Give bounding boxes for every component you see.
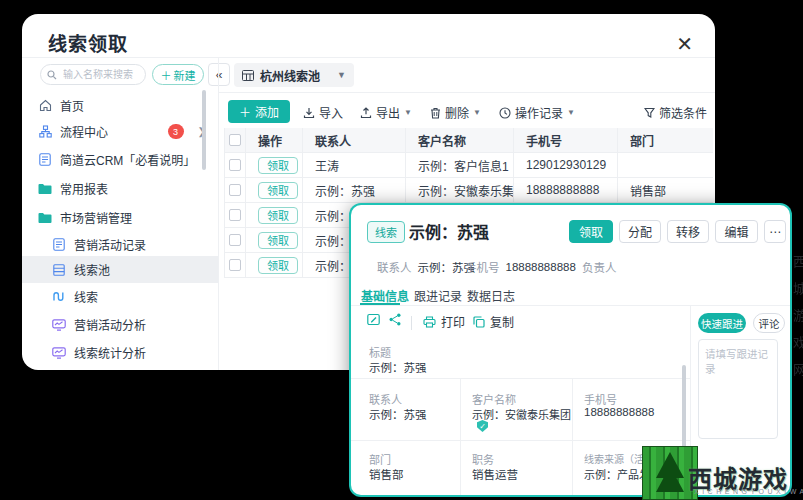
detail-edit-button[interactable]: 编辑: [715, 220, 758, 243]
copy-icon: [473, 316, 485, 328]
quick-follow-button[interactable]: 快速跟进: [698, 313, 746, 333]
sidebar-item-marketing-mgmt[interactable]: 市场营销管理: [22, 204, 218, 231]
grid-table-icon: [52, 263, 66, 277]
verified-shield-icon: ✓: [477, 420, 488, 432]
field-job-value: 销售运营: [472, 466, 518, 482]
notification-badge: 3: [168, 124, 184, 139]
document-icon: [52, 238, 66, 252]
share-button[interactable]: [389, 313, 401, 326]
sidebar-item-crm-readme[interactable]: 简道云CRM「必看说明」: [22, 146, 218, 173]
collapse-sidebar-button[interactable]: «: [208, 63, 230, 86]
row-checkbox[interactable]: [229, 209, 241, 221]
folder-icon: [38, 182, 52, 196]
new-button[interactable]: ＋ 新建: [152, 64, 204, 85]
field-phone-label: 手机号: [584, 391, 617, 407]
claim-button[interactable]: 领取: [258, 232, 298, 249]
detail-assign-button[interactable]: 分配: [619, 220, 661, 243]
row-checkbox[interactable]: [229, 234, 241, 246]
copy-button[interactable]: 复制: [473, 313, 514, 330]
sidebar-scrollbar[interactable]: [202, 90, 206, 170]
comment-button[interactable]: 评论: [753, 313, 785, 333]
table-icon: [242, 70, 254, 81]
tab-data-log[interactable]: 数据日志: [467, 287, 515, 304]
sidebar-item-home[interactable]: 首页: [22, 92, 218, 119]
chevron-down-icon: ▼: [404, 108, 412, 117]
share-icon: [389, 313, 401, 326]
tree-icon: [656, 452, 684, 478]
tab-follow-records[interactable]: 跟进记录: [414, 287, 462, 304]
dashboard-chart-icon: [52, 318, 66, 332]
chevron-down-icon: ▼: [473, 108, 481, 117]
row-checkbox[interactable]: [229, 159, 241, 171]
tab-basic-info[interactable]: 基础信息: [361, 287, 409, 304]
detail-transfer-button[interactable]: 转移: [667, 220, 709, 243]
screen: 线索领取 ✕ ＋ 新建 « 杭州线索池 ▼ 首页: [0, 0, 803, 500]
field-job-label: 职务: [472, 451, 494, 467]
action-divider: [411, 316, 412, 330]
claim-button[interactable]: 领取: [258, 257, 298, 274]
import-button[interactable]: 导入: [303, 104, 343, 121]
chevron-down-icon: ▼: [337, 70, 346, 80]
sidebar-item-process-center[interactable]: 流程中心 3 ❯: [22, 118, 218, 145]
field-customer-value: 示例：安徽泰乐集团: [472, 406, 571, 422]
chevron-down-icon: ▼: [567, 108, 575, 117]
document-icon: [38, 153, 52, 167]
col-header-customer: 客户名称: [406, 128, 514, 152]
claim-button[interactable]: 领取: [258, 207, 298, 224]
select-all-checkbox[interactable]: [229, 134, 241, 146]
claim-button[interactable]: 领取: [258, 182, 298, 199]
sidebar-item-marketing-records[interactable]: 营销活动记录: [22, 231, 218, 258]
sidebar-item-leads[interactable]: 线索: [22, 283, 218, 310]
home-icon: [38, 99, 52, 113]
field-col-divider: [460, 378, 461, 495]
toolbar-divider: [218, 92, 715, 93]
summary-contact: 联系人 示例：苏强: [377, 259, 475, 275]
detail-claim-button[interactable]: 领取: [569, 220, 613, 243]
watermark-side-text: 西城游戏网: [789, 255, 803, 390]
dashboard-chart-icon: [52, 346, 66, 360]
summary-owner: 负责人: [582, 259, 623, 275]
plus-icon: ＋: [239, 103, 251, 120]
filter-funnel-icon: [644, 107, 655, 118]
clock-icon: [499, 107, 511, 119]
search-input-wrap: [40, 64, 146, 85]
delete-button[interactable]: 删除 ▼: [430, 104, 481, 121]
claim-button[interactable]: 领取: [258, 157, 298, 174]
form-note-button[interactable]: [367, 313, 380, 326]
sidebar-item-lead-stats[interactable]: 线索统计分析: [22, 339, 218, 366]
sidebar-item-common-reports[interactable]: 常用报表: [22, 175, 218, 202]
row-checkbox[interactable]: [229, 259, 241, 271]
field-contact-value: 示例：苏强: [369, 406, 427, 422]
pool-selector-dropdown[interactable]: 杭州线索池 ▼: [234, 63, 354, 87]
sidebar-divider: [218, 57, 219, 370]
col-header-phone: 手机号: [514, 128, 618, 152]
search-input[interactable]: [61, 68, 141, 81]
printer-icon: [423, 316, 436, 328]
close-icon[interactable]: ✕: [676, 34, 693, 54]
print-button[interactable]: 打印: [423, 313, 465, 330]
more-actions-button[interactable]: ⋯: [764, 220, 786, 243]
folder-icon: [38, 211, 52, 225]
col-header-contact: 联系人: [303, 128, 406, 152]
header-divider: [22, 57, 715, 58]
field-customer-label: 客户名称: [472, 391, 516, 407]
export-button[interactable]: 导出 ▼: [360, 104, 412, 121]
row-checkbox[interactable]: [229, 184, 241, 196]
field-phone-value: 18888888888: [584, 406, 654, 418]
sidebar-item-lead-pool[interactable]: 线索池: [22, 256, 218, 283]
field-col-divider: [572, 378, 573, 495]
field-dept-label: 部门: [369, 451, 391, 467]
tabs-divider: [351, 305, 790, 306]
trash-icon: [430, 107, 441, 119]
sidebar-item-marketing-analysis[interactable]: 营销活动分析: [22, 311, 218, 338]
field-row-divider: [351, 440, 690, 441]
follow-record-textarea[interactable]: [698, 339, 778, 439]
operation-log-button[interactable]: 操作记录 ▼: [499, 104, 575, 121]
add-button[interactable]: ＋ 添加: [228, 100, 290, 123]
filter-button[interactable]: 筛选条件: [644, 104, 707, 121]
import-icon: [303, 107, 315, 119]
field-title-label: 标题: [369, 344, 391, 360]
col-header-dept: 部门: [618, 128, 713, 152]
search-icon: [47, 70, 57, 80]
table-row: 领取 王涛 示例：客户信息1 129012930129: [224, 153, 713, 178]
